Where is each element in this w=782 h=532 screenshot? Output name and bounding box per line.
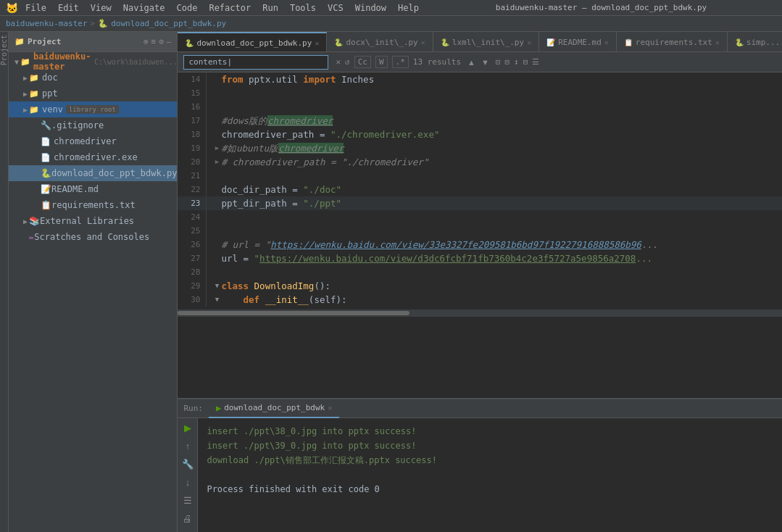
run-up-btn[interactable]: ↑ [184, 439, 192, 453]
code-area[interactable]: 14 from pptx.util import Inches 15 16 17 [178, 72, 782, 398]
search-next-btn[interactable]: ▼ [479, 57, 491, 67]
tab-simp[interactable]: 🐍 simp... ✕ [728, 32, 782, 52]
search-extra-icon5[interactable]: ☰ [532, 57, 539, 67]
tab-docx-close[interactable]: ✕ [421, 38, 425, 46]
search-close-btn[interactable]: ✕ [336, 57, 341, 67]
output-line-2: insert ./ppt\39_0.jpg into pptx success! [207, 439, 776, 453]
fold-30[interactable]: ▼ [212, 293, 221, 307]
search-bar: contents | ✕ ↺ Cc W .* 13 results ▲ ▼ ⊡ … [178, 52, 782, 72]
tree-item-chromedriver-exe[interactable]: ▶ 📄 chromedriver.exe [9, 149, 177, 165]
code-line-25: 25 [178, 224, 782, 238]
search-word[interactable]: W [375, 56, 388, 68]
settings-icon[interactable]: ⚙ [159, 37, 164, 46]
tab-readme-close[interactable]: ✕ [604, 38, 609, 46]
code-line-21: 21 [178, 169, 782, 183]
tree-root[interactable]: ▼ 📁 baiduwenku-master C:\work\baiduwen..… [9, 54, 177, 70]
menu-tools[interactable]: Tools [286, 1, 320, 14]
menu-view[interactable]: View [86, 1, 116, 14]
tree-item-ext-libs[interactable]: ▶ 📚 External Libraries [9, 213, 177, 229]
tree-item-readme[interactable]: ▶ 📝 README.md [9, 181, 177, 197]
tree-item-chromedriver[interactable]: ▶ 📄 chromedriver [9, 133, 177, 149]
code-line-30: 30 ▼ def __init__(self): [178, 293, 782, 307]
tab-readme[interactable]: 📝 README.md ✕ [539, 32, 617, 52]
tree-item-scratches[interactable]: ▶ ✏️ Scratches and Consoles [9, 229, 177, 245]
breadcrumb-project[interactable]: baiduwenku-master [6, 19, 88, 28]
tree-item-ppt[interactable]: ▶ 📁 ppt [9, 86, 177, 101]
menu-refactor[interactable]: Refactor [204, 1, 255, 14]
tab-lxml-init[interactable]: 🐍 lxml\_init\_.py ✕ [433, 32, 539, 52]
tree-item-requirements[interactable]: ▶ 📋 requirements.txt [9, 197, 177, 213]
run-down-btn[interactable]: ↓ [184, 475, 192, 489]
main-layout: Project 📁 Project ⊕ ≡ ⚙ – ▼ 📁 baiduwenku… [0, 32, 782, 532]
output-line-5: Process finished with exit code 0 [207, 482, 776, 496]
line-content-29: class DownloadImg(): [221, 279, 782, 293]
tab-py-icon2: 🐍 [334, 38, 343, 46]
collapse-icon[interactable]: ≡ [151, 37, 157, 46]
search-extra-icon1[interactable]: ⊡ [496, 57, 501, 67]
root-path: C:\work\baiduwen... [94, 58, 177, 66]
menu-run[interactable]: Run [258, 1, 283, 14]
menu-help[interactable]: Help [394, 1, 423, 14]
line-num-18: 18 [178, 128, 207, 141]
menu-navigate[interactable]: Navigate [119, 1, 170, 14]
root-folder-icon: 📁 [20, 57, 30, 67]
doc-label: doc [42, 72, 58, 83]
search-extra-icon2[interactable]: ⊟ [504, 57, 509, 67]
tab-main-py[interactable]: 🐍 download_doc_ppt_bdwk.py ✕ [178, 32, 327, 52]
tab-readme-label: README.md [558, 38, 602, 47]
line-content-26: # url = "https://wenku.baidu.com/view/33… [221, 238, 782, 252]
tree-item-doc[interactable]: ▶ 📁 doc [9, 70, 177, 86]
line-content-25 [221, 224, 782, 238]
menu-code[interactable]: Code [172, 1, 202, 14]
code-line-27: 27 url = "https://wenku.baidu.com/view/d… [178, 252, 782, 265]
menu-file[interactable]: File [21, 1, 51, 14]
line-content-15 [221, 86, 782, 100]
close-icon[interactable]: – [167, 37, 172, 46]
search-extra-icon4[interactable]: ⊟ [523, 57, 528, 67]
search-match-case[interactable]: Cc [354, 56, 371, 68]
run-tab-close[interactable]: ✕ [328, 404, 332, 412]
tree-item-main-py[interactable]: ▶ 🐍 download_doc_ppt_bdwk.py [9, 165, 177, 181]
h-scrollbar[interactable] [178, 309, 782, 317]
line-content-16 [221, 100, 782, 114]
fold-29[interactable]: ▼ [212, 279, 221, 293]
run-wrench-btn[interactable]: 🔧 [180, 457, 195, 471]
tab-req-close[interactable]: ✕ [715, 38, 720, 46]
tree-item-venv[interactable]: ▶ 📁 venv library root [9, 101, 177, 117]
search-prev-btn[interactable]: ▲ [465, 57, 478, 67]
arrow-icon: ▼ [14, 58, 19, 66]
tab-lxml-close[interactable]: ✕ [527, 38, 531, 46]
ext-lib-icon: 📚 [29, 216, 40, 226]
file-icon: 🐍 [98, 19, 108, 28]
search-refresh-icon[interactable]: ↺ [345, 57, 350, 67]
run-list-btn[interactable]: ☰ [182, 494, 194, 507]
tab-docx-init[interactable]: 🐍 docx\_init\_.py ✕ [327, 32, 433, 52]
tab-main-py-close[interactable]: ✕ [315, 39, 319, 47]
project-sidebar-label[interactable]: Project [0, 35, 8, 65]
tab-lxml-label: lxml\_init\_.py [452, 38, 524, 47]
run-play-btn[interactable]: ▶ [183, 421, 193, 435]
fold-16 [212, 100, 221, 114]
run-print-btn[interactable]: 🖨 [181, 512, 194, 525]
search-regex[interactable]: .* [392, 56, 409, 68]
tab-req-label: requirements.txt [636, 38, 712, 47]
menu-window[interactable]: Window [351, 1, 391, 14]
tab-py-icon4: 🐍 [735, 38, 744, 46]
tree-item-gitignore[interactable]: ▶ 🔧 .gitignore [9, 117, 177, 133]
tab-requirements[interactable]: 📋 requirements.txt ✕ [617, 32, 728, 52]
menu-edit[interactable]: Edit [54, 1, 83, 14]
breadcrumb-file: 🐍 download_doc_ppt_bdwk.py [98, 19, 226, 28]
line-num-20: 20 [178, 155, 207, 169]
run-tab-main[interactable]: ▶ download_doc_ppt_bdwk ✕ [209, 399, 339, 418]
code-line-24: 24 [178, 210, 782, 224]
line-content-23: ppt_dir_path = "./ppt" [221, 196, 782, 210]
line-content-22: doc_dir_path = "./doc" [221, 183, 782, 196]
fold-14[interactable] [212, 72, 221, 86]
menu-vcs[interactable]: VCS [323, 1, 348, 14]
h-scrollbar-thumb[interactable] [178, 311, 409, 315]
fold-21 [212, 169, 221, 183]
run-panel: Run: ▶ download_doc_ppt_bdwk ✕ ▶ ↑ 🔧 ↓ ☰… [178, 398, 782, 532]
line-num-24: 24 [178, 210, 207, 224]
locate-icon[interactable]: ⊕ [143, 37, 149, 46]
search-extra-icon3[interactable]: ↕ [514, 57, 519, 67]
